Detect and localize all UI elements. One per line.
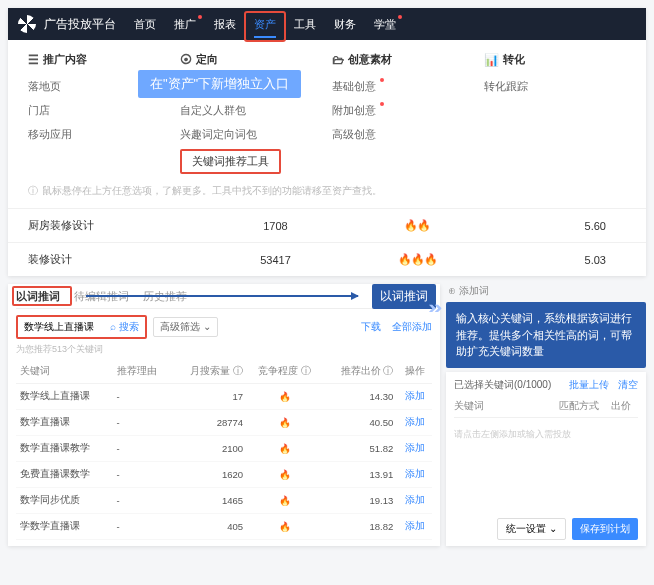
- top-screenshot: 广告投放平台 首页 推广 报表 资产 工具 财务 学堂 ☰推广内容 落地页 门店…: [8, 8, 646, 276]
- flame-icon: 🔥🔥🔥: [398, 253, 437, 265]
- bid-cell: 51.82: [322, 436, 397, 462]
- link-app[interactable]: 移动应用: [28, 123, 170, 147]
- bid-cell: 40.50: [322, 410, 397, 436]
- kw-row: 数学同步优质-1465🔥19.13添加: [16, 488, 432, 514]
- add-button[interactable]: 添加: [405, 442, 425, 453]
- bid-cell: 14.30: [322, 384, 397, 410]
- arrow-annotation: 以词推词: [86, 284, 436, 308]
- nav-academy[interactable]: 学堂: [374, 17, 396, 32]
- vol-cell: 28774: [172, 410, 247, 436]
- add-button[interactable]: 添加: [405, 494, 425, 505]
- unify-button[interactable]: 统一设置 ⌄: [497, 518, 566, 540]
- chevron-icon: »: [428, 297, 432, 319]
- reason-cell: -: [113, 488, 172, 514]
- link-interest-pack[interactable]: 兴趣词定向词包: [180, 123, 322, 147]
- tab-row: 以词推词 待编辑推词 历史推荐 以词推词: [16, 290, 432, 309]
- mega-head-content: ☰推广内容: [28, 52, 170, 67]
- selected-count: 已选择关键词(0/1000): [454, 378, 551, 392]
- nav-finance[interactable]: 财务: [334, 17, 356, 32]
- selected-columns: 关键词 匹配方式 出价: [454, 396, 638, 418]
- vol-cell: 2100: [172, 436, 247, 462]
- link-keyword-tool[interactable]: 关键词推荐工具: [180, 149, 281, 174]
- th-reason: 推荐理由: [113, 360, 172, 384]
- nav-tool[interactable]: 工具: [294, 17, 316, 32]
- vol-cell: 1465: [172, 488, 247, 514]
- nav-home[interactable]: 首页: [134, 17, 156, 32]
- clear-link[interactable]: 清空: [618, 379, 638, 390]
- navbar: 广告投放平台 首页 推广 报表 资产 工具 财务 学堂: [8, 8, 646, 40]
- flame-icon: 🔥🔥: [404, 219, 430, 231]
- table-row: 厨房装修设计 1708 🔥🔥 5.60: [8, 209, 646, 243]
- kw-count: 1708: [209, 209, 343, 243]
- info-icon: ⓘ: [28, 184, 38, 198]
- selected-header: 已选择关键词(0/1000) 批量上传 清空: [454, 378, 638, 392]
- reason-cell: -: [113, 436, 172, 462]
- th-keyword: 关键词: [16, 360, 113, 384]
- list-icon: ☰: [28, 53, 39, 67]
- flame-icon: 🔥: [279, 495, 291, 506]
- nav-asset[interactable]: 资产: [254, 17, 276, 32]
- download-links: 下载 全部添加: [353, 320, 432, 334]
- highlight-box-icon: [12, 286, 72, 306]
- filter-button[interactable]: 高级筛选 ⌄: [153, 317, 218, 337]
- vol-cell: 1620: [172, 462, 247, 488]
- kw-name: 装修设计: [8, 243, 209, 277]
- right-panel: 添加词 » 输入核心关键词，系统根据该词进行推荐。提供多个相关性高的词，可帮助扩…: [446, 284, 646, 546]
- vol-cell: 405: [172, 514, 247, 540]
- flame-icon: 🔥: [279, 391, 291, 402]
- search-row: 搜索 高级筛选 ⌄ 下载 全部添加: [16, 315, 432, 339]
- kw-row: 数学直播课教学-2100🔥51.82添加: [16, 436, 432, 462]
- th-volume: 月搜索量 ⓘ: [172, 360, 247, 384]
- link-adv-creative[interactable]: 高级创意: [332, 123, 474, 147]
- kw-header-row: 关键词 推荐理由 月搜索量 ⓘ 竞争程度 ⓘ 推荐出价 ⓘ 操作: [16, 360, 432, 384]
- add-button[interactable]: 添加: [405, 520, 425, 531]
- add-all-link[interactable]: 全部添加: [392, 321, 432, 332]
- add-button[interactable]: 添加: [405, 416, 425, 427]
- nav-report[interactable]: 报表: [214, 17, 236, 32]
- reason-cell: -: [113, 384, 172, 410]
- link-addon-creative[interactable]: 附加创意: [332, 99, 474, 123]
- folder-icon: 🗁: [332, 53, 344, 67]
- search-box: 搜索: [16, 315, 147, 339]
- search-button[interactable]: 搜索: [110, 320, 139, 334]
- add-button[interactable]: 添加: [405, 390, 425, 401]
- brand: 广告投放平台: [44, 16, 116, 33]
- flame-icon: 🔥: [279, 521, 291, 532]
- mega-head-target: ⦿定向: [180, 52, 322, 67]
- bottom-screenshot: 以词推词 待编辑推词 历史推荐 以词推词 搜索 高级筛选 ⌄ 下载 全部添加 为…: [8, 284, 646, 546]
- target-icon: ⦿: [180, 53, 192, 67]
- kw-row: 数学线上直播课-17🔥14.30添加: [16, 384, 432, 410]
- reason-cell: -: [113, 410, 172, 436]
- selcol-bid: 出价: [604, 400, 638, 413]
- search-input[interactable]: [24, 322, 104, 333]
- flame-icon: 🔥: [279, 443, 291, 454]
- th-action: 操作: [397, 360, 432, 384]
- table-row: 装修设计 53417 🔥🔥🔥 5.03: [8, 243, 646, 277]
- fire-cell: 🔥: [247, 462, 322, 488]
- mega-head-conversion: 📊转化: [484, 52, 626, 67]
- kw-score: 5.03: [492, 243, 646, 277]
- bid-cell: 18.82: [322, 514, 397, 540]
- link-conversion-track[interactable]: 转化跟踪: [484, 75, 626, 99]
- batch-upload-link[interactable]: 批量上传: [569, 379, 609, 390]
- mega-col-conversion: 📊转化 转化跟踪: [484, 52, 626, 174]
- kw-cell: 数学线上直播课: [16, 384, 113, 410]
- flame-icon: 🔥: [279, 469, 291, 480]
- mega-head-creative: 🗁创意素材: [332, 52, 474, 67]
- kw-row: 学数学直播课-405🔥18.82添加: [16, 514, 432, 540]
- link-custom-audience[interactable]: 自定义人群包: [180, 99, 322, 123]
- kw-row: 数学直播课-28774🔥40.50添加: [16, 410, 432, 436]
- link-store[interactable]: 门店: [28, 99, 170, 123]
- flame-icon: 🔥: [279, 417, 291, 428]
- nav-items: 首页 推广 报表 资产 工具 财务 学堂: [134, 17, 396, 32]
- keyword-panel: 以词推词 待编辑推词 历史推荐 以词推词 搜索 高级筛选 ⌄ 下载 全部添加 为…: [8, 284, 440, 546]
- chart-icon: 📊: [484, 53, 499, 67]
- logo-icon: [18, 15, 36, 33]
- save-button[interactable]: 保存到计划: [572, 518, 638, 540]
- selcol-kw: 关键词: [454, 400, 554, 413]
- add-button[interactable]: 添加: [405, 468, 425, 479]
- download-link[interactable]: 下载: [361, 321, 381, 332]
- link-basic-creative[interactable]: 基础创意: [332, 75, 474, 99]
- nav-promote[interactable]: 推广: [174, 17, 196, 32]
- keyword-table: 关键词 推荐理由 月搜索量 ⓘ 竞争程度 ⓘ 推荐出价 ⓘ 操作 数学线上直播课…: [16, 360, 432, 540]
